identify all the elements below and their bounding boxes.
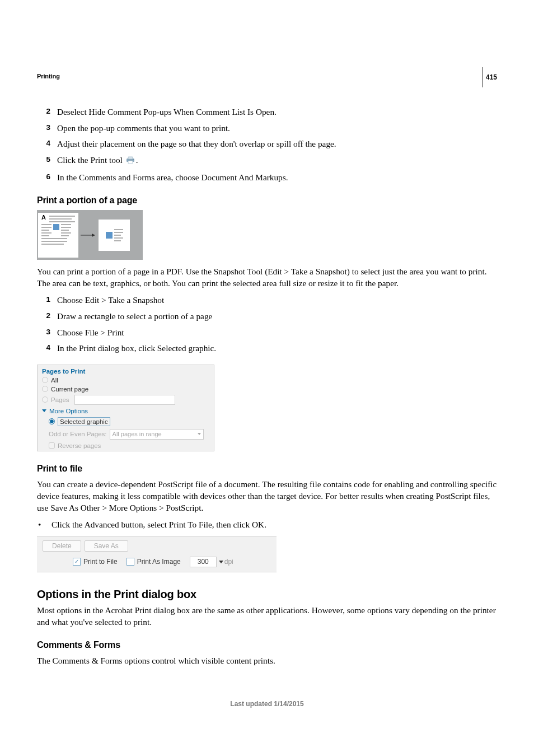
step-text: In the Comments and Forms area, choose D…: [57, 172, 288, 184]
body-print-to-file: You can create a device-dependent PostSc…: [37, 478, 497, 514]
more-options-toggle[interactable]: More Options: [38, 406, 214, 416]
odd-even-label: Odd or Even Pages:: [49, 431, 107, 437]
arrow-icon: [78, 232, 96, 238]
checkbox-reverse-pages[interactable]: [49, 442, 55, 449]
step-text: Deselect Hide Comment Pop-ups When Comme…: [57, 106, 277, 118]
radio-selected-graphic-label: Selected graphic: [58, 417, 110, 426]
radio-all-label: All: [51, 377, 58, 384]
chevron-down-icon[interactable]: [219, 561, 223, 563]
step-item: 6 In the Comments and Forms area, choose…: [37, 172, 497, 184]
radio-selected-graphic-row[interactable]: Selected graphic: [38, 416, 214, 428]
svg-rect-2: [128, 161, 133, 164]
body-options-dialog: Most options in the Acrobat Print dialog…: [37, 604, 497, 628]
step-number: 5: [37, 155, 57, 165]
step-text-tail: .: [136, 155, 138, 165]
heading-options-dialog: Options in the Print dialog box: [37, 588, 497, 601]
figure-advanced-print-bar: Delete Save As ✓ Print to File Print As …: [37, 536, 277, 572]
svg-marker-5: [92, 234, 95, 237]
step-text: Choose Edit > Take a Snapshot: [57, 295, 164, 306]
radio-pages-label: Pages: [51, 396, 69, 403]
checkbox-print-as-image[interactable]: [127, 558, 134, 566]
print-as-image-checkbox-wrap[interactable]: Print As Image: [127, 558, 181, 566]
bullet-text: Click the Advanced button, select Print …: [51, 519, 266, 531]
step-item: 3 Choose File > Print: [37, 327, 497, 339]
dpi-input[interactable]: 300: [190, 557, 217, 567]
step-number: 3: [37, 123, 57, 133]
bullets-print-to-file: • Click the Advanced button, select Prin…: [37, 519, 497, 531]
bullet-item: • Click the Advanced button, select Prin…: [37, 519, 497, 531]
figure-left-pane: A: [38, 213, 78, 258]
steps-comments: 2 Deselect Hide Comment Pop-ups When Com…: [37, 106, 497, 183]
more-options-label: More Options: [49, 408, 88, 414]
print-to-file-checkbox-wrap[interactable]: ✓ Print to File: [73, 558, 118, 566]
heading-print-portion: Print a portion of a page: [37, 195, 497, 206]
radio-pages-row: Pages: [38, 394, 214, 406]
body-comments-forms: The Comments & Forms options control whi…: [37, 655, 497, 666]
step-number: 3: [37, 327, 57, 337]
step-text: Adjust their placement on the page so th…: [57, 138, 336, 150]
step-number: 6: [37, 172, 57, 182]
figure-label-a: A: [41, 214, 46, 221]
step-item: 4 In the Print dialog box, click Selecte…: [37, 343, 497, 354]
svg-point-3: [133, 159, 134, 160]
figure-pages-to-print-panel: Pages to Print All Current page Pages Mo…: [37, 365, 214, 451]
figure-right-pane: [99, 220, 130, 251]
svg-rect-1: [128, 157, 133, 159]
odd-even-row: Odd or Even Pages: All pages in range: [38, 428, 214, 441]
radio-current-row[interactable]: Current page: [38, 385, 214, 394]
step-number: 4: [37, 343, 57, 353]
print-as-image-label: Print As Image: [137, 558, 181, 566]
body-print-portion: You can print a portion of a page in a P…: [37, 265, 497, 289]
chevron-down-icon: [198, 433, 201, 435]
step-item: 2 Draw a rectangle to select a portion o…: [37, 311, 497, 323]
delete-button[interactable]: Delete: [43, 540, 81, 552]
step-number: 1: [37, 295, 57, 305]
step-item: 3 Open the pop-up comments that you want…: [37, 123, 497, 134]
save-as-button[interactable]: Save As: [85, 540, 128, 552]
radio-all-row[interactable]: All: [38, 376, 214, 385]
step-text: Open the pop-up comments that you want t…: [57, 123, 230, 134]
print-icon: [126, 156, 135, 167]
step-text: In the Print dialog box, click Selected …: [57, 343, 216, 354]
radio-current-page[interactable]: [42, 386, 48, 392]
figure-snapshot-diagram: A: [37, 210, 143, 260]
radio-current-label: Current page: [51, 386, 88, 393]
radio-all[interactable]: [42, 377, 48, 383]
reverse-pages-label: Reverse pages: [58, 442, 101, 449]
steps-portion: 1 Choose Edit > Take a Snapshot 2 Draw a…: [37, 295, 497, 354]
odd-even-combo[interactable]: All pages in range: [110, 429, 204, 440]
page-number: 415: [486, 73, 497, 81]
step-number: 4: [37, 138, 57, 148]
print-to-file-label: Print to File: [83, 558, 118, 566]
step-item: 1 Choose Edit > Take a Snapshot: [37, 295, 497, 306]
step-text: Draw a rectangle to select a portion of …: [57, 311, 212, 323]
chapter-title: Printing: [37, 73, 497, 80]
chevron-down-icon: [42, 409, 46, 412]
heading-print-to-file: Print to file: [37, 464, 497, 474]
bullet-marker: •: [37, 519, 51, 531]
pages-input[interactable]: [74, 395, 175, 405]
page-number-area: 415: [482, 67, 497, 87]
radio-pages: [42, 396, 48, 403]
checkbox-print-to-file[interactable]: ✓: [73, 558, 81, 566]
step-item: 2 Deselect Hide Comment Pop-ups When Com…: [37, 106, 497, 118]
step-item: 5 Click the Print tool .: [37, 155, 497, 167]
heading-comments-forms: Comments & Forms: [37, 640, 497, 650]
footer-last-updated: Last updated 1/14/2015: [37, 700, 497, 708]
dpi-unit-label: dpi: [224, 558, 233, 566]
step-number: 2: [37, 106, 57, 116]
panel-header: Pages to Print: [38, 365, 214, 376]
reverse-pages-row[interactable]: Reverse pages: [38, 441, 214, 451]
step-text: Click the Print tool: [57, 155, 125, 165]
step-item: 4 Adjust their placement on the page so …: [37, 138, 497, 150]
radio-selected-graphic[interactable]: [49, 418, 55, 424]
odd-even-value: All pages in range: [113, 431, 162, 437]
step-number: 2: [37, 311, 57, 321]
step-text: Choose File > Print: [57, 327, 124, 339]
